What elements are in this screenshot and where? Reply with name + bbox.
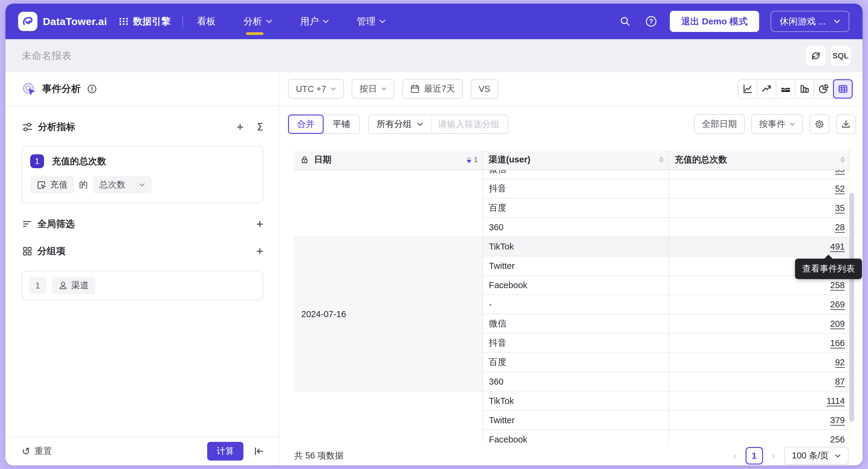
metric-title: 充值的总次数 [52,155,106,168]
metrics-actions: + Σ [237,121,263,133]
table-row: TikTok1114 [294,391,850,410]
info-icon[interactable] [87,84,97,94]
column-header-date[interactable]: 日期 1 [294,150,483,169]
prev-page-icon[interactable]: ‹ [732,450,738,461]
page-number-button[interactable]: 1 [746,447,763,465]
value-cell: 1114 [669,391,850,410]
group-filter-input[interactable] [432,120,507,129]
channel-cell: 360 [483,217,669,237]
event-count-link[interactable]: 209 [830,319,845,329]
exit-demo-button[interactable]: 退出 Demo 模式 [670,11,759,32]
nav-divider [183,15,183,27]
chevron-down-icon [331,87,336,91]
all-dates-button[interactable]: 全部日期 [694,114,745,134]
event-count-link[interactable]: 28 [835,223,845,232]
nav-item-users[interactable]: 用户 [300,4,329,39]
channel-cell: 抖音 [483,179,669,198]
event-count-link[interactable]: 491 [830,242,845,252]
bar-chart-icon[interactable] [795,79,814,98]
refresh-button[interactable] [806,46,826,66]
page-size-select[interactable]: 100 条/页 [784,447,849,465]
event-count-link[interactable]: 258 [830,280,845,290]
value-cell: 166 [669,333,850,353]
nav-item-label: 管理 [357,15,375,28]
event-selector-chip[interactable]: 充值 [30,176,74,194]
group-scope-select[interactable]: 所有分组 [369,115,431,133]
by-event-select[interactable]: 按事件 [751,114,803,134]
date-range-label: 最近7天 [424,83,455,95]
aggregation-selector-chip[interactable]: 总次数 [93,176,152,194]
vertical-scrollbar-thumb[interactable] [849,193,854,422]
add-metric-button[interactable]: + [237,121,243,133]
event-count-link[interactable]: 92 [835,358,845,367]
nav-item-analysis[interactable]: 分析 [243,4,272,39]
timezone-select[interactable]: UTC +7 [288,79,344,99]
help-icon[interactable]: ? [644,14,658,29]
column-header-channel[interactable]: 渠道(user) [483,150,669,169]
channel-cell: 360 [483,372,669,391]
add-group-button[interactable]: + [256,245,263,257]
granularity-select[interactable]: 按日 [352,79,395,99]
value-cell: 256 [669,430,850,443]
channel-cell: Facebook [483,430,669,443]
nav-item-admin[interactable]: 管理 [357,4,386,39]
event-analysis-icon [22,82,36,96]
channel-cell: - [483,295,669,314]
brand[interactable]: DataTower.ai [18,12,107,31]
event-count-link[interactable]: 52 [835,184,845,194]
event-count-link[interactable]: 256 [830,435,845,443]
tile-tab[interactable]: 平铺 [323,114,360,134]
table-body-table: 微信55抖音52百度35360282024-07-16TikTok491Twit… [294,170,850,443]
all-dates-label: 全部日期 [702,118,737,130]
table-row: 2024-07-16TikTok491 [294,237,850,256]
search-icon[interactable] [618,14,632,29]
download-button[interactable] [836,114,856,134]
nav-data-engine[interactable]: 数据引擎 [119,15,170,28]
sort-control-value[interactable] [840,157,845,163]
workspace-selector[interactable]: 休闲游戏 ... [771,11,849,32]
group-field-name: 渠道 [71,279,89,292]
value-cell: 28 [669,217,850,237]
next-page-icon[interactable]: › [771,450,776,461]
event-count-link[interactable]: 35 [835,203,845,213]
metrics-section-label: 分析指标 [38,121,75,133]
sort-control-channel[interactable] [659,157,664,163]
event-count-link[interactable]: 269 [830,300,845,309]
event-count-link[interactable]: 55 [835,170,845,174]
chevron-down-icon [789,122,795,126]
group-field-chip[interactable]: 渠道 [52,277,95,294]
vs-compare-button[interactable]: VS [471,79,498,99]
formula-button[interactable]: Σ [257,121,263,133]
table-grid-icon[interactable] [833,79,852,98]
nav-items: 看板 分析 用户 管理 [197,4,386,39]
calculate-button[interactable]: 计算 [207,442,243,461]
vs-label: VS [478,84,490,94]
filter-icon [22,219,33,229]
channel-cell: 百度 [483,353,669,372]
channel-cell: 百度 [483,198,669,217]
trend-chart-icon[interactable] [757,79,776,98]
sql-button[interactable]: SQL [831,46,850,66]
collapse-panel-icon[interactable] [251,443,267,459]
event-count-link[interactable]: 166 [830,338,845,348]
nav-item-dashboard[interactable]: 看板 [197,4,216,39]
grid-dots-icon [119,16,129,27]
sort-control-date[interactable] [467,157,471,163]
value-cell: 52 [669,179,850,198]
column-header-value[interactable]: 充值的总次数 [669,150,850,169]
add-filter-button[interactable]: + [256,218,263,230]
event-count-link[interactable]: 87 [835,377,845,387]
area-chart-icon[interactable] [776,79,795,98]
reset-button[interactable]: ↺ 重置 [22,445,52,457]
metric-card-head: 1 充值的总次数 [30,154,255,168]
pie-chart-icon[interactable] [814,79,833,98]
merge-tab[interactable]: 合并 [288,114,323,134]
date-range-picker[interactable]: 最近7天 [402,79,463,99]
table-settings-button[interactable] [809,114,829,134]
column-title: 日期 [314,154,332,166]
nav-right: ? 退出 Demo 模式 休闲游戏 ... [618,11,849,32]
report-title[interactable]: 未命名报表 [22,49,71,63]
event-count-link[interactable]: 1114 [827,396,845,406]
event-count-link[interactable]: 379 [830,415,845,425]
line-chart-icon[interactable] [738,79,757,98]
